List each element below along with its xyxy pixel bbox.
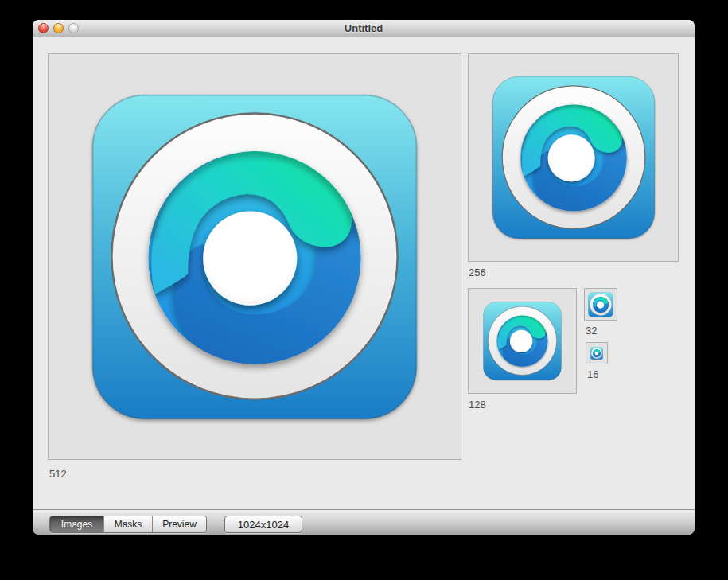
app-window: Untitled 512 256 128 32 16 Images Masks … [33, 20, 695, 535]
content-area: 512 256 128 32 16 [33, 37, 695, 509]
tab-images[interactable]: Images [50, 516, 104, 532]
size-label-256: 256 [469, 267, 486, 278]
title-bar[interactable]: Untitled [33, 20, 695, 38]
preview-slot-128[interactable] [468, 288, 577, 394]
desktop: { "window": { "title": "Untitled", "cont… [0, 0, 728, 580]
size-label-16: 16 [587, 368, 598, 380]
size-1024-button[interactable]: 1024x1024 [224, 516, 302, 533]
app-icon-preview-512 [88, 90, 422, 424]
app-icon-preview-16 [590, 347, 603, 360]
app-icon-preview-32 [588, 292, 613, 317]
app-icon-preview-128 [482, 301, 563, 381]
bottom-toolbar: Images Masks Preview 1024x1024 [33, 509, 695, 535]
preview-slot-256[interactable] [468, 53, 679, 262]
preview-slot-16[interactable] [586, 342, 608, 364]
app-icon-preview-256 [490, 74, 657, 241]
preview-slot-512[interactable] [48, 53, 461, 460]
window-title: Untitled [33, 20, 695, 37]
size-label-512: 512 [49, 468, 67, 480]
size-label-128: 128 [469, 399, 486, 411]
size-label-32: 32 [586, 325, 597, 337]
tab-preview[interactable]: Preview [153, 516, 206, 532]
view-mode-segmented-control: Images Masks Preview [49, 516, 207, 533]
tab-masks[interactable]: Masks [104, 516, 153, 532]
preview-slot-32[interactable] [584, 288, 617, 321]
